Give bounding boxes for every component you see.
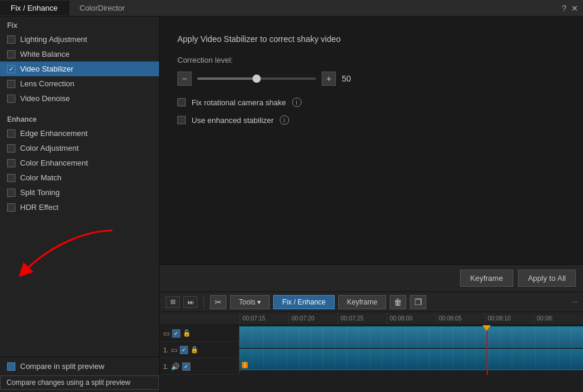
help-icon[interactable]: ? — [562, 4, 566, 13]
use-enhanced-row: Use enhanced stabilizer i — [177, 115, 565, 125]
ruler-mark-2: 00:07:25 — [338, 312, 387, 325]
right-panel: Apply Video Stabilizer to correct shaky … — [160, 17, 583, 392]
track-ctrl-3: 1. 🔊 ✓ — [160, 358, 239, 375]
slider-increase-btn[interactable]: + — [322, 72, 336, 86]
track-check-3[interactable]: ✓ — [182, 362, 190, 371]
checkbox-edge[interactable] — [7, 129, 15, 138]
menu-item-hdreffect[interactable]: HDR Effect — [0, 200, 159, 215]
checkbox-videostabilizer[interactable] — [7, 65, 15, 73]
playhead[interactable] — [487, 325, 488, 375]
track-number-2: 1. — [163, 363, 169, 370]
timeline-ruler: 00:07:15 00:07:20 00:07:25 00:08:00 00:0… — [160, 312, 583, 325]
left-panel: Fix Lighting Adjustment White Balance Vi… — [0, 17, 160, 392]
tools-button[interactable]: Tools ▾ — [230, 295, 270, 309]
scissors-icon-btn[interactable]: ✂ — [210, 295, 226, 309]
label-edge: Edge Enhancement — [20, 129, 88, 138]
track-number-1: 1. — [163, 346, 169, 354]
checkbox-lighting[interactable] — [7, 35, 15, 44]
checkbox-fix-rotational[interactable] — [177, 98, 186, 106]
checkbox-compare[interactable] — [7, 362, 15, 371]
menu-item-lighting[interactable]: Lighting Adjustment — [0, 32, 159, 47]
menu-item-edge[interactable]: Edge Enhancement — [0, 126, 159, 141]
checkbox-hdreffect[interactable] — [7, 203, 15, 212]
content-title: Apply Video Stabilizer to correct shaky … — [177, 34, 565, 44]
copy-icon-btn[interactable]: ❐ — [410, 295, 426, 309]
toolbar-row: ⊞ ⏭ ✂ Tools ▾ Fix / Enhance Keyframe 🗑 ❐… — [160, 292, 583, 312]
track-check-2[interactable]: ✓ — [180, 346, 188, 354]
compare-tooltip: Compare changes using a split preview — [0, 375, 159, 390]
checkbox-splittoning[interactable] — [7, 189, 15, 197]
track-lock-1[interactable]: 🔓 — [183, 329, 190, 338]
fix-rotational-label: Fix rotational camera shake — [192, 98, 286, 107]
apply-to-all-button[interactable]: Apply to All — [518, 270, 576, 287]
fix-enhance-button[interactable]: Fix / Enhance — [273, 295, 334, 309]
slider-track[interactable] — [197, 77, 316, 80]
label-lenscorrection: Lens Correction — [20, 79, 75, 88]
keyframe-toolbar-button[interactable]: Keyframe — [338, 295, 386, 309]
checkbox-coloradj[interactable] — [7, 144, 15, 153]
timeline-area: ⊞ ⏭ ✂ Tools ▾ Fix / Enhance Keyframe 🗑 ❐… — [160, 291, 583, 392]
action-bar: Keyframe Apply to All — [160, 264, 583, 291]
menu-item-videostabilizer[interactable]: Video Stabilizer — [0, 61, 159, 76]
tab-color-director[interactable]: ColorDirector — [69, 1, 136, 15]
menu-item-lenscorrection[interactable]: Lens Correction — [0, 76, 159, 91]
track-icon-3: 🔊 — [171, 362, 180, 371]
content-area: Apply Video Stabilizer to correct shaky … — [160, 17, 583, 264]
fix-section-header: Fix — [0, 17, 159, 32]
slider-row: − + 50 — [177, 72, 565, 86]
use-enhanced-label: Use enhanced stabilizer — [192, 116, 274, 125]
track-controls: ▭ ✓ 🔓 1. ▭ ✓ 🔒 1. 🔊 ✓ — [160, 325, 239, 375]
video-track-2[interactable]: i — [239, 349, 583, 370]
ruler-mark-3: 00:08:00 — [387, 312, 436, 325]
compare-row: Compare in split preview — [0, 357, 159, 375]
ruler-mark-5: 00:08:10 — [485, 312, 534, 325]
menu-item-coloradj[interactable]: Color Adjustment — [0, 141, 159, 155]
timeline-ctrl-btn2[interactable]: ⏭ — [183, 296, 197, 308]
track-ctrl-2: 1. ▭ ✓ 🔒 — [160, 342, 239, 358]
slider-thumb[interactable] — [252, 74, 261, 83]
track-check-1[interactable]: ✓ — [172, 329, 180, 338]
menu-item-videodenoise[interactable]: Video Denoise — [0, 91, 159, 106]
track-inner-1 — [239, 327, 583, 347]
ruler-mark-1: 00:07:20 — [289, 312, 338, 325]
bottom-compare: Compare in split preview Compare changes… — [0, 357, 159, 392]
label-colormatch: Color Match — [20, 173, 61, 182]
menu-item-colorenh[interactable]: Color Enhancement — [0, 155, 159, 170]
label-hdreffect: HDR Effect — [20, 203, 59, 212]
video-track-1[interactable] — [239, 326, 583, 348]
track-lock-2[interactable]: 🔒 — [190, 346, 197, 354]
checkbox-lenscorrection[interactable] — [7, 80, 15, 88]
checkbox-colorenh[interactable] — [7, 159, 15, 167]
ruler-mark-6: 00:08: — [534, 312, 583, 325]
fix-rotational-info-icon[interactable]: i — [292, 98, 302, 107]
menu-item-colormatch[interactable]: Color Match — [0, 170, 159, 185]
timeline-tracks: ▭ ✓ 🔓 1. ▭ ✓ 🔒 1. 🔊 ✓ — [160, 325, 583, 375]
trash-icon-btn[interactable]: 🗑 — [390, 295, 406, 309]
checkbox-use-enhanced[interactable] — [177, 116, 186, 124]
fix-rotational-row: Fix rotational camera shake i — [177, 98, 565, 107]
checkbox-whitebalance[interactable] — [7, 50, 15, 59]
label-whitebalance: White Balance — [20, 50, 70, 59]
keyframe-button[interactable]: Keyframe — [460, 270, 513, 287]
title-bar: Fix / Enhance ColorDirector ? ✕ — [0, 0, 583, 17]
label-coloradj: Color Adjustment — [20, 144, 79, 153]
enhance-section-header: Enhance — [0, 111, 159, 126]
menu-item-splittoning[interactable]: Split Toning — [0, 185, 159, 200]
more-options-icon[interactable]: ··· — [572, 296, 577, 308]
tab-fix-enhance[interactable]: Fix / Enhance — [0, 1, 69, 15]
ruler-mark-0: 00:07:15 — [239, 312, 289, 325]
tracks-content: i — [239, 325, 583, 375]
ruler-mark-4: 00:08:05 — [436, 312, 485, 325]
track-icon-video: ▭ — [163, 329, 170, 338]
close-icon[interactable]: ✕ — [571, 4, 578, 13]
timeline-ctrl-btn1[interactable]: ⊞ — [166, 296, 180, 308]
checkbox-videodenoise[interactable] — [7, 95, 15, 103]
label-splittoning: Split Toning — [20, 188, 60, 197]
slider-decrease-btn[interactable]: − — [177, 72, 192, 86]
compare-label: Compare in split preview — [20, 362, 104, 371]
checkbox-colormatch[interactable] — [7, 174, 15, 182]
use-enhanced-info-icon[interactable]: i — [280, 115, 289, 125]
track-info-badge: i — [242, 362, 248, 368]
menu-item-whitebalance[interactable]: White Balance — [0, 47, 159, 61]
track-inner-2: i — [239, 349, 583, 370]
